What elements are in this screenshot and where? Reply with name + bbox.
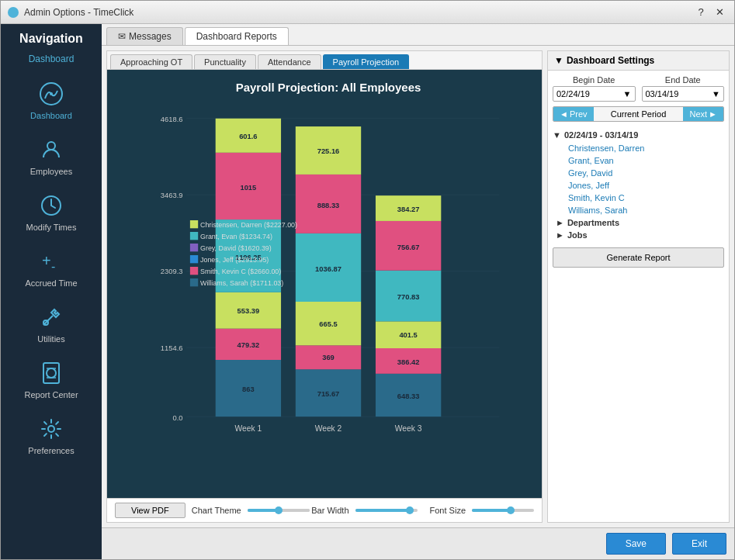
employee-smith-label: Smith, Kevin C xyxy=(568,193,625,202)
sidebar: Navigation Dashboard Dashboard xyxy=(1,24,102,559)
svg-text:1036.87: 1036.87 xyxy=(315,265,341,273)
sidebar-item-utilities[interactable]: Utilities xyxy=(1,297,102,350)
svg-point-9 xyxy=(47,368,56,378)
period-nav-controls: ◄ Prev Current Period Next ► xyxy=(553,106,724,122)
week2-label: Week 2 xyxy=(315,424,342,433)
chart-svg: 4618.6 3463.9 2309.3 1154.6 0.0 xyxy=(154,100,503,457)
departments-section[interactable]: ► Departments xyxy=(553,216,724,229)
prev-period-button[interactable]: ◄ Prev xyxy=(553,107,594,121)
sub-tab-payroll-projection[interactable]: Payroll Projection xyxy=(323,54,410,69)
svg-text:369: 369 xyxy=(322,354,335,361)
clock-icon xyxy=(37,192,65,220)
exit-button[interactable]: Exit xyxy=(672,533,726,555)
settings-title-text: Dashboard Settings xyxy=(567,55,654,66)
bar-width-slider[interactable] xyxy=(355,509,418,512)
svg-text:+: + xyxy=(42,252,51,269)
begin-date-dropdown-icon: ▼ xyxy=(623,89,632,99)
chart-title: Payroll Projection: All Employees xyxy=(154,78,503,94)
nav-subtitle: Dashboard xyxy=(29,54,75,64)
sidebar-item-dashboard[interactable]: Dashboard xyxy=(1,74,102,126)
svg-text:715.67: 715.67 xyxy=(317,390,340,398)
generate-report-button[interactable]: Generate Report xyxy=(553,247,724,268)
current-period-button[interactable]: Current Period xyxy=(594,107,684,121)
departments-expand-icon: ► xyxy=(556,218,564,227)
svg-text:863: 863 xyxy=(242,385,255,393)
settings-chevron: ▼ xyxy=(554,55,563,66)
dashboard-icon xyxy=(37,80,65,108)
tab-dashboard-reports[interactable]: Dashboard Reports xyxy=(185,27,289,45)
next-period-button[interactable]: Next ► xyxy=(683,107,723,121)
svg-text:-: - xyxy=(51,260,55,273)
begin-date-input[interactable]: 02/24/19 ▼ xyxy=(553,86,636,102)
period-collapse-icon: ▼ xyxy=(553,130,561,140)
svg-text:386.42: 386.42 xyxy=(397,358,420,366)
sub-tab-punctuality[interactable]: Punctuality xyxy=(194,54,256,69)
sub-tab-attendance[interactable]: Attendance xyxy=(258,54,321,69)
report-icon xyxy=(37,359,65,387)
begin-date-value: 02/24/19 xyxy=(556,89,590,99)
app-icon xyxy=(7,6,19,19)
employees-icon xyxy=(37,136,65,164)
sub-tabs: Approaching OT Punctuality Attendance Pa… xyxy=(107,51,542,70)
top-tabs: ✉ Messages Dashboard Reports xyxy=(102,24,734,46)
period-date-range: 02/24/19 - 03/14/19 xyxy=(564,130,638,140)
tab-messages[interactable]: ✉ Messages xyxy=(106,27,183,45)
bottom-bar: Save Exit xyxy=(102,527,734,559)
legend-williams: Williams, Sarah ($1711.03) xyxy=(200,279,283,287)
close-button[interactable]: ✕ xyxy=(711,4,728,21)
sidebar-item-preferences[interactable]: Preferences xyxy=(1,409,102,461)
sidebar-item-modify-times[interactable]: Modify Times xyxy=(1,185,102,238)
punctuality-label: Punctuality xyxy=(204,57,246,67)
y-label-2: 3463.9 xyxy=(161,192,183,199)
employee-jones[interactable]: Jones, Jeff xyxy=(553,179,724,192)
employee-williams[interactable]: Williams, Sarah xyxy=(553,204,724,216)
prev-icon: ◄ xyxy=(560,109,568,119)
legend-color-christensen xyxy=(190,220,198,228)
chart-theme-slider[interactable] xyxy=(248,509,310,512)
sidebar-item-employees[interactable]: Employees xyxy=(1,130,102,182)
attendance-label: Attendance xyxy=(268,57,311,67)
help-button[interactable]: ? xyxy=(692,4,709,21)
main-content: Navigation Dashboard Dashboard xyxy=(1,24,734,559)
period-tree: ▼ 02/24/19 - 03/14/19 Christensen, Darre… xyxy=(553,128,724,241)
nav-title: Navigation xyxy=(19,32,83,46)
sidebar-item-accrued-time[interactable]: + - Accrued Time xyxy=(1,241,102,294)
legend-color-jones xyxy=(190,255,198,263)
end-date-field: End Date 03/14/19 ▼ xyxy=(642,75,725,102)
sidebar-item-report-center[interactable]: Report Center xyxy=(1,353,102,406)
settings-body: Begin Date 02/24/19 ▼ End Date 03/14/19 xyxy=(548,71,729,522)
legend-color-smith xyxy=(190,267,198,275)
title-bar: Admin Options - TimeClick ? ✕ xyxy=(1,1,734,24)
next-label: Next xyxy=(689,109,707,119)
sub-tab-approaching-ot[interactable]: Approaching OT xyxy=(110,54,192,69)
chart-container: Payroll Projection: All Employees 4618.6… xyxy=(107,70,542,498)
view-pdf-button[interactable]: View PDF xyxy=(115,503,185,518)
legend-smith: Smith, Kevin C ($2660.00) xyxy=(200,268,281,275)
window-title: Admin Options - TimeClick xyxy=(24,7,692,18)
bar-width-label: Bar Width xyxy=(311,506,348,515)
save-button[interactable]: Save xyxy=(606,533,666,555)
sidebar-item-dashboard-label: Dashboard xyxy=(30,111,72,120)
employee-jones-label: Jones, Jeff xyxy=(568,181,609,190)
svg-point-2 xyxy=(50,92,53,95)
sidebar-item-employees-label: Employees xyxy=(30,167,72,176)
y-label-bottom: 0.0 xyxy=(172,414,182,422)
font-size-slider[interactable] xyxy=(472,509,534,512)
legend-jones: Jones, Jeff ($2913.95) xyxy=(200,256,269,264)
sidebar-item-utilities-label: Utilities xyxy=(37,334,64,344)
main-window: Admin Options - TimeClick ? ✕ Navigation… xyxy=(0,0,735,560)
begin-date-label: Begin Date xyxy=(553,75,636,85)
jobs-expand-icon: ► xyxy=(556,230,564,240)
svg-point-10 xyxy=(48,426,54,432)
end-date-input[interactable]: 03/14/19 ▼ xyxy=(642,86,725,102)
svg-point-3 xyxy=(47,142,55,150)
svg-text:888.33: 888.33 xyxy=(317,202,340,209)
period-header[interactable]: ▼ 02/24/19 - 03/14/19 xyxy=(553,128,724,142)
employee-williams-label: Williams, Sarah xyxy=(568,206,627,215)
employee-grey[interactable]: Grey, David xyxy=(553,167,724,179)
employee-grant[interactable]: Grant, Evan xyxy=(553,154,724,167)
employee-smith[interactable]: Smith, Kevin C xyxy=(553,192,724,204)
jobs-section[interactable]: ► Jobs xyxy=(553,229,724,241)
employee-christensen[interactable]: Christensen, Darren xyxy=(553,142,724,154)
svg-text:725.16: 725.16 xyxy=(317,147,340,155)
